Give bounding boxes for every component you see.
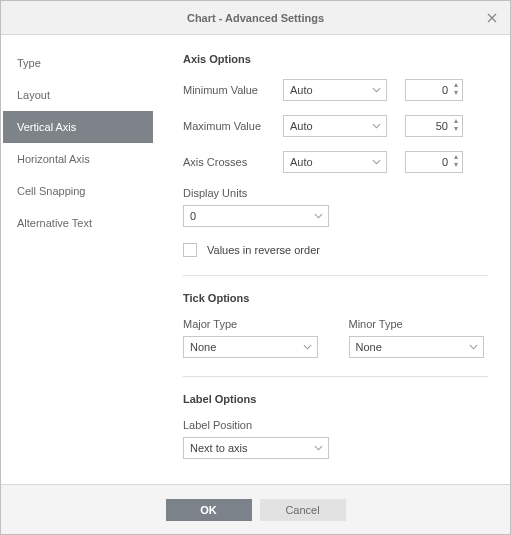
axis-crosses-label: Axis Crosses: [183, 156, 283, 168]
max-value-label: Maximum Value: [183, 120, 283, 132]
max-value-mode-value: Auto: [290, 120, 313, 132]
sidebar-item-type[interactable]: Type: [3, 47, 153, 79]
axis-options-heading: Axis Options: [183, 53, 488, 65]
display-units-group: Display Units 0: [183, 187, 488, 227]
reverse-order-row: Values in reverse order: [183, 243, 488, 257]
sidebar-item-layout[interactable]: Layout: [3, 79, 153, 111]
sidebar-item-horizontal-axis[interactable]: Horizontal Axis: [3, 143, 153, 175]
major-type-label: Major Type: [183, 318, 323, 330]
sidebar-item-label: Type: [17, 57, 41, 69]
close-icon: [487, 9, 497, 26]
content-panel: Axis Options Minimum Value Auto 0 ▴ ▾ Ma…: [153, 45, 498, 484]
min-value-label: Minimum Value: [183, 84, 283, 96]
max-value-row: Maximum Value Auto 50 ▴ ▾: [183, 115, 488, 137]
spinner-arrows: ▴ ▾: [452, 153, 460, 169]
spinner-down-icon[interactable]: ▾: [454, 89, 458, 97]
major-type-group: Major Type None: [183, 318, 323, 358]
sidebar-item-label: Vertical Axis: [17, 121, 76, 133]
label-position-value: Next to axis: [190, 442, 247, 454]
divider: [183, 376, 488, 377]
sidebar-item-label: Layout: [17, 89, 50, 101]
reverse-order-label: Values in reverse order: [207, 244, 320, 256]
reverse-order-checkbox[interactable]: [183, 243, 197, 257]
minor-type-value: None: [356, 341, 382, 353]
ok-button[interactable]: OK: [166, 499, 252, 521]
max-value-mode-select[interactable]: Auto: [283, 115, 387, 137]
ok-button-label: OK: [200, 504, 217, 516]
display-units-select[interactable]: 0: [183, 205, 329, 227]
chevron-down-icon: [372, 84, 381, 98]
chevron-down-icon: [314, 442, 323, 456]
sidebar: Type Layout Vertical Axis Horizontal Axi…: [3, 45, 153, 484]
divider: [183, 275, 488, 276]
label-position-group: Label Position Next to axis: [183, 419, 488, 459]
axis-crosses-number: 0: [442, 156, 448, 168]
chart-advanced-settings-dialog: Chart - Advanced Settings Type Layout Ve…: [0, 0, 511, 535]
label-position-select[interactable]: Next to axis: [183, 437, 329, 459]
minor-type-group: Minor Type None: [349, 318, 489, 358]
spinner-arrows: ▴ ▾: [452, 81, 460, 97]
chevron-down-icon: [314, 210, 323, 224]
min-value-number: 0: [442, 84, 448, 96]
display-units-label: Display Units: [183, 187, 488, 199]
cancel-button-label: Cancel: [285, 504, 319, 516]
dialog-footer: OK Cancel: [1, 484, 510, 534]
spinner-down-icon[interactable]: ▾: [454, 125, 458, 133]
min-value-spinner[interactable]: 0 ▴ ▾: [405, 79, 463, 101]
close-button[interactable]: [482, 7, 502, 27]
dialog-title: Chart - Advanced Settings: [187, 12, 324, 24]
spinner-down-icon[interactable]: ▾: [454, 161, 458, 169]
cancel-button[interactable]: Cancel: [260, 499, 346, 521]
max-value-number: 50: [436, 120, 448, 132]
sidebar-item-alternative-text[interactable]: Alternative Text: [3, 207, 153, 239]
major-type-value: None: [190, 341, 216, 353]
label-options-heading: Label Options: [183, 393, 488, 405]
sidebar-item-label: Alternative Text: [17, 217, 92, 229]
tick-options-row: Major Type None Minor Type None: [183, 318, 488, 358]
spinner-arrows: ▴ ▾: [452, 117, 460, 133]
tick-options-heading: Tick Options: [183, 292, 488, 304]
dialog-titlebar: Chart - Advanced Settings: [1, 1, 510, 35]
min-value-row: Minimum Value Auto 0 ▴ ▾: [183, 79, 488, 101]
display-units-value: 0: [190, 210, 196, 222]
min-value-mode-value: Auto: [290, 84, 313, 96]
sidebar-item-label: Cell Snapping: [17, 185, 86, 197]
max-value-spinner[interactable]: 50 ▴ ▾: [405, 115, 463, 137]
sidebar-item-cell-snapping[interactable]: Cell Snapping: [3, 175, 153, 207]
major-type-select[interactable]: None: [183, 336, 318, 358]
chevron-down-icon: [372, 120, 381, 134]
minor-type-select[interactable]: None: [349, 336, 484, 358]
axis-crosses-mode-select[interactable]: Auto: [283, 151, 387, 173]
axis-crosses-mode-value: Auto: [290, 156, 313, 168]
minor-type-label: Minor Type: [349, 318, 489, 330]
axis-crosses-spinner[interactable]: 0 ▴ ▾: [405, 151, 463, 173]
label-position-label: Label Position: [183, 419, 488, 431]
dialog-body: Type Layout Vertical Axis Horizontal Axi…: [1, 35, 510, 484]
min-value-mode-select[interactable]: Auto: [283, 79, 387, 101]
sidebar-item-vertical-axis[interactable]: Vertical Axis: [3, 111, 153, 143]
sidebar-item-label: Horizontal Axis: [17, 153, 90, 165]
axis-crosses-row: Axis Crosses Auto 0 ▴ ▾: [183, 151, 488, 173]
chevron-down-icon: [372, 156, 381, 170]
chevron-down-icon: [469, 341, 478, 355]
chevron-down-icon: [303, 341, 312, 355]
